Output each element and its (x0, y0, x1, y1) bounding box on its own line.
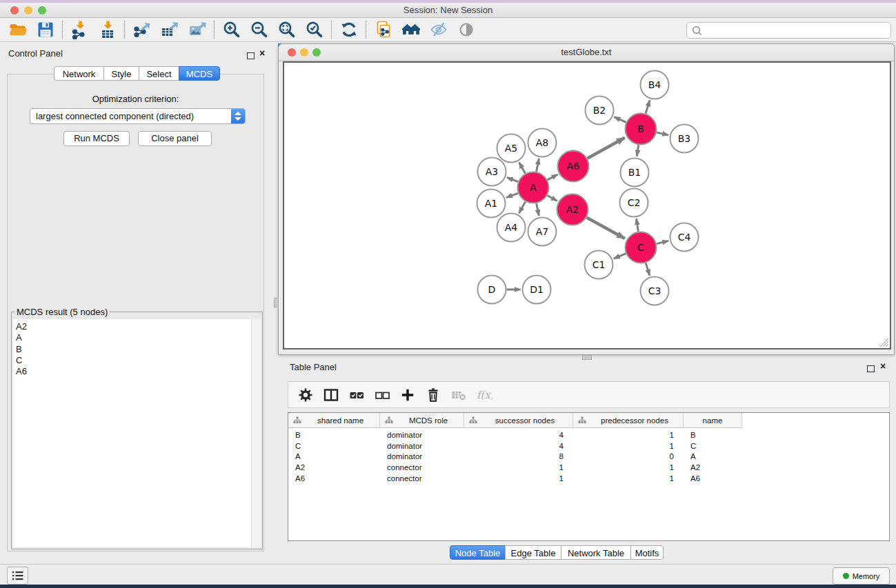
node-table: shared nameMCDS rolesuccessor nodesprede… (288, 412, 890, 541)
deselect-all-rows-button[interactable] (369, 385, 395, 405)
export-table-button[interactable] (156, 19, 183, 40)
zoom-fit-button[interactable] (273, 19, 301, 40)
close-panel-button[interactable]: Close panel (138, 131, 212, 146)
table-panel-close-button[interactable]: × (880, 362, 886, 370)
graph-node-A8[interactable]: A8 (528, 129, 557, 157)
control-panel-float-button[interactable] (247, 50, 255, 62)
network-window-titlebar[interactable]: testGlobe.txt (279, 44, 894, 61)
export-network-button[interactable] (128, 19, 156, 40)
graph-edge (657, 132, 668, 135)
column-header-successor-nodes[interactable]: successor nodes (464, 413, 573, 428)
splitter-handle-horizontal[interactable] (582, 355, 592, 360)
mcds-result-item[interactable]: A2 (16, 321, 251, 332)
mcds-result-list[interactable]: A2ABCA6 (13, 319, 251, 547)
column-header-MCDS-role[interactable]: MCDS role (380, 413, 464, 428)
column-header-predecessor-nodes[interactable]: predecessor nodes (573, 413, 684, 428)
mcds-result-item[interactable]: B (16, 344, 251, 355)
column-header-shared-name[interactable]: shared name (288, 413, 380, 428)
status-bar: Memory (0, 564, 896, 585)
graph-node-A6[interactable]: A6 (558, 151, 589, 182)
function-builder-icon (476, 387, 492, 403)
table-cell: 4 (464, 431, 573, 439)
graph-edge (646, 263, 650, 275)
memory-button[interactable]: Memory (833, 567, 890, 585)
tab-node-table[interactable]: Node Table (450, 545, 506, 560)
tab-network-table[interactable]: Network Table (561, 545, 631, 560)
mcds-result-item[interactable]: C (16, 355, 251, 366)
tab-motifs[interactable]: Motifs (630, 545, 664, 560)
graph-node-A1[interactable]: A1 (477, 190, 506, 218)
tab-mcds[interactable]: MCDS (179, 66, 220, 81)
table-row[interactable]: A2connector11A2 (288, 462, 889, 473)
show-hide-button[interactable] (452, 19, 480, 40)
open-session-button[interactable] (4, 19, 32, 40)
show-panels-button[interactable] (7, 567, 28, 585)
clone-network-button[interactable] (370, 19, 397, 40)
graph-node-A2[interactable]: A2 (557, 194, 588, 225)
table-cell: B (288, 431, 380, 439)
svg-text:A2: A2 (566, 204, 579, 215)
graph-node-C1[interactable]: C1 (585, 251, 613, 279)
zoom-in-button[interactable] (218, 19, 246, 40)
overview-windows-button[interactable] (397, 19, 425, 40)
export-image-button[interactable] (183, 19, 211, 40)
graph-node-A3[interactable]: A3 (478, 158, 506, 186)
import-table-button[interactable] (94, 19, 121, 40)
save-session-button[interactable] (32, 19, 59, 40)
graph-edge (519, 163, 526, 174)
network-canvas[interactable]: B4B2BB3A8A5A6A3B1AC2A1A2A4A7C4CC1C3DD1 (283, 61, 891, 349)
table-row[interactable]: Bdominator41B (288, 429, 889, 440)
network-view-window[interactable]: testGlobe.txt B4B2BB3A8A5A6A3B1AC2A1A2A4… (278, 43, 895, 355)
table-row[interactable]: A6connector11A6 (288, 473, 889, 484)
tab-select[interactable]: Select (139, 66, 179, 81)
toggle-graphics-details-button[interactable] (425, 19, 452, 40)
graph-node-D1[interactable]: D1 (523, 276, 551, 304)
mcds-result-item[interactable]: A (16, 332, 251, 343)
graph-node-B2[interactable]: B2 (586, 97, 614, 125)
graph-node-A[interactable]: A (518, 172, 549, 203)
table-panel-float-button[interactable] (867, 363, 875, 375)
mcds-result-scrollbar[interactable] (251, 319, 261, 547)
column-settings-button[interactable] (292, 385, 318, 405)
graph-edge (646, 100, 650, 113)
zoom-in-icon (222, 20, 241, 39)
table-row[interactable]: Adominator80A (288, 452, 889, 463)
splitter-handle-vertical[interactable] (274, 298, 279, 307)
column-header-name[interactable]: name (684, 413, 742, 428)
memory-label: Memory (853, 572, 880, 580)
mcds-result-item[interactable]: A6 (16, 366, 251, 377)
graph-node-C4[interactable]: C4 (670, 223, 699, 252)
table-panel-title: Table Panel (290, 362, 337, 372)
titlebar[interactable]: Session: New Session (0, 3, 896, 18)
delete-column-button[interactable] (420, 385, 446, 405)
graph-node-B3[interactable]: B3 (670, 125, 699, 153)
graph-edge (637, 219, 639, 232)
graph-node-C[interactable]: C (626, 232, 657, 263)
graph-node-C3[interactable]: C3 (641, 277, 669, 305)
graph-node-C2[interactable]: C2 (620, 189, 648, 217)
split-panel-button[interactable] (318, 385, 344, 405)
add-column-button[interactable] (395, 385, 420, 405)
select-all-rows-button[interactable] (344, 385, 369, 405)
refresh-button[interactable] (335, 19, 363, 40)
tab-network[interactable]: Network (54, 66, 104, 81)
zoom-out-button[interactable] (246, 19, 273, 40)
resize-grip-icon[interactable] (880, 338, 889, 347)
run-mcds-button[interactable]: Run MCDS (63, 131, 130, 146)
graph-node-B4[interactable]: B4 (641, 71, 669, 99)
zoom-selected-button[interactable] (301, 19, 328, 40)
graph-node-D[interactable]: D (478, 276, 506, 304)
graph-node-A5[interactable]: A5 (497, 134, 526, 163)
search-input[interactable] (705, 25, 887, 36)
graph-node-B1[interactable]: B1 (621, 159, 649, 187)
graph-node-B[interactable]: B (626, 114, 657, 145)
optimization-criterion-dropdown[interactable]: largest connected component (directed) (30, 108, 246, 124)
tab-edge-table[interactable]: Edge Table (505, 545, 561, 560)
search-field[interactable] (686, 22, 891, 39)
tab-style[interactable]: Style (103, 66, 139, 81)
table-row[interactable]: Cdominator41C (288, 440, 889, 452)
control-panel-close-button[interactable]: × (259, 49, 265, 57)
graph-node-A4[interactable]: A4 (497, 214, 526, 242)
import-network-button[interactable] (66, 19, 94, 40)
graph-node-A7[interactable]: A7 (528, 218, 557, 246)
